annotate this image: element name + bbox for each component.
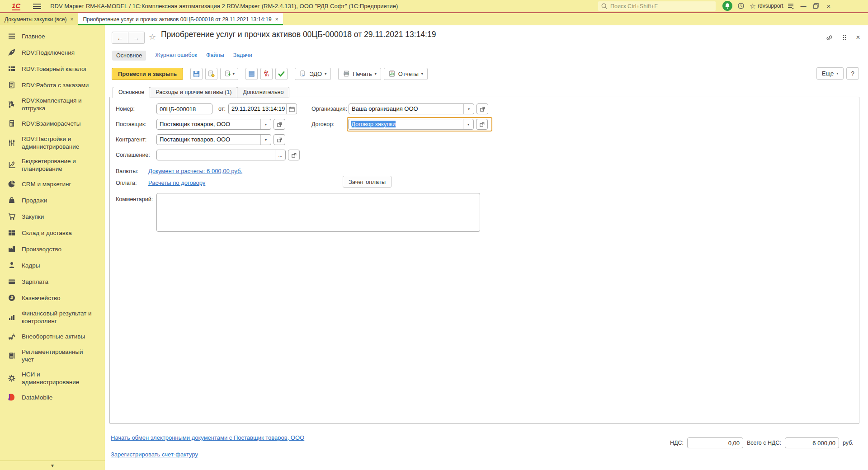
open-supplier-button[interactable]	[274, 119, 285, 130]
post-document-icon	[208, 70, 215, 78]
sidebar-item[interactable]: RDV:Подключения	[0, 48, 105, 57]
sidebar-item[interactable]: Внеоборотные активы	[0, 332, 105, 341]
currency-suffix: руб.	[843, 440, 854, 446]
close-document-icon[interactable]: ×	[854, 33, 863, 42]
current-user[interactable]: rdvsupport	[758, 3, 783, 9]
tab-close-icon[interactable]: ×	[70, 16, 73, 23]
document-toolbar: Провести и закрыть ▾ Дт Кт ЭДО	[112, 67, 428, 80]
navlink-files[interactable]: Файлы	[206, 52, 224, 59]
sidebar-item[interactable]: НСИ и администрирование	[0, 371, 105, 386]
global-search-input[interactable]: Поиск Ctrl+Shift+F	[598, 1, 716, 11]
post-and-close-button[interactable]: Провести и закрыть	[112, 68, 183, 80]
check-button[interactable]	[275, 68, 288, 80]
register-invoice-link[interactable]: Зарегистрировать счет-фактуру	[111, 451, 198, 458]
document-movements-button[interactable]	[245, 68, 258, 80]
assets-truck-icon	[7, 332, 16, 341]
open-agreement-button[interactable]	[288, 150, 300, 160]
close-window-button[interactable]: ×	[824, 1, 834, 11]
contract-focus-ring: Договор закупки ▾	[347, 117, 492, 132]
document-form: ← → ☆ Приобретение услуг и прочих активо…	[105, 25, 868, 470]
edo-button[interactable]: ЭДО ▾	[295, 68, 331, 80]
currency-settings-link[interactable]: Документ и расчеты: 6 000,00 руб.	[148, 168, 242, 174]
agreement-input[interactable]	[157, 150, 275, 160]
more-actions-button[interactable]: Еще ▾	[816, 67, 844, 80]
favorites-star-icon[interactable]: ☆	[748, 1, 758, 11]
payment-offset-button[interactable]: Зачет оплаты	[343, 176, 392, 188]
sidebar-scroll-down[interactable]: ▼	[0, 461, 105, 470]
sidebar-item[interactable]: Производство	[0, 244, 105, 254]
navlink-error-log[interactable]: Журнал ошибок	[155, 52, 197, 59]
organization-input[interactable]: Ваша организация ООО	[349, 104, 463, 114]
restore-window-button[interactable]	[811, 1, 821, 11]
chevron-down-icon: ▼	[50, 463, 55, 468]
print-button[interactable]: Печать ▾	[338, 68, 381, 80]
open-counterparty-button[interactable]	[274, 134, 285, 145]
navlink-main[interactable]: Основное	[112, 51, 146, 61]
history-icon[interactable]	[736, 1, 746, 11]
tab-close-icon[interactable]: ×	[275, 16, 278, 23]
sidebar-item[interactable]: Главное	[0, 32, 105, 41]
choose-button[interactable]: ...	[275, 150, 285, 160]
debit-credit-button[interactable]: Дт Кт	[260, 68, 273, 80]
date-input[interactable]: 29.11.2021 13:14:19	[229, 104, 286, 114]
sidebar-item[interactable]: RDV:Настройки и администрирование	[0, 135, 105, 150]
total-with-vat-label: Всего с НДС:	[747, 440, 781, 446]
chevron-down-icon[interactable]: ▾	[463, 119, 473, 129]
sections-sidebar: Главное RDV:Подключения RDV:Товарный кат…	[0, 25, 105, 470]
warehouse-boxes-icon	[7, 228, 16, 237]
main-menu-icon[interactable]	[33, 4, 41, 9]
sidebar-item[interactable]: ₽ Бюджетирование и планирование	[0, 157, 105, 173]
shopping-bag-icon	[7, 196, 16, 205]
number-input[interactable]	[156, 103, 212, 114]
sidebar-item[interactable]: RDV:Взаиморасчеты	[0, 119, 105, 128]
create-based-on-button[interactable]: ▾	[220, 68, 238, 80]
payment-settings-link[interactable]: Расчеты по договору	[148, 179, 205, 186]
favorite-star-icon[interactable]: ☆	[149, 32, 156, 42]
sidebar-item[interactable]: Закупки	[0, 212, 105, 221]
service-menu-icon[interactable]	[786, 1, 796, 11]
form-tab-main[interactable]: Основное	[113, 87, 150, 98]
supplier-input[interactable]: Поставщик товаров, ООО	[157, 119, 260, 129]
notifications-bell-icon[interactable]	[722, 1, 732, 11]
tab-purchase-documents[interactable]: Документы закупки (все) ×	[0, 13, 78, 25]
calendar-icon[interactable]	[286, 104, 297, 114]
sidebar-item[interactable]: Продажи	[0, 196, 105, 205]
post-document-button[interactable]	[205, 68, 217, 80]
tab-current-document[interactable]: Приобретение услуг и прочих активов 00ЦБ…	[78, 13, 283, 25]
application-window: 1С RDV Маркет RM-KA-MODEL / 1С:Комплексн…	[0, 0, 868, 470]
totals-bar: НДС: 0,00 Всего с НДС: 6 000,00 руб.	[670, 437, 854, 448]
back-button[interactable]: ←	[112, 32, 128, 44]
start-edi-exchange-link[interactable]: Начать обмен электронными документами с …	[111, 434, 304, 441]
navlink-tasks[interactable]: Задачи	[233, 52, 252, 59]
sidebar-item[interactable]: Финансовый результат и контроллинг	[0, 310, 105, 325]
save-button[interactable]	[190, 68, 203, 80]
counterparty-input[interactable]: Поставщик товаров, ООО	[157, 135, 260, 145]
sidebar-item[interactable]: Регламентированный учет	[0, 348, 105, 363]
help-button[interactable]: ?	[846, 67, 859, 80]
svg-text:₽: ₽	[10, 295, 13, 300]
minimize-button[interactable]: —	[798, 1, 808, 11]
contract-input[interactable]: Договор закупки	[349, 119, 463, 129]
more-menu-icon[interactable]	[840, 33, 849, 42]
sidebar-item[interactable]: DataMobile	[0, 393, 105, 402]
chevron-down-icon[interactable]: ▾	[463, 104, 474, 114]
forward-button[interactable]: →	[128, 32, 145, 44]
chevron-down-icon[interactable]: ▾	[260, 119, 271, 129]
reports-button[interactable]: Отчеты ▾	[384, 68, 428, 80]
sidebar-item[interactable]: RDV:Работа с заказами	[0, 80, 105, 89]
sidebar-item[interactable]: Зарплата	[0, 277, 105, 286]
open-organization-button[interactable]	[476, 103, 488, 114]
form-tab-additional[interactable]: Дополнительно	[237, 87, 289, 98]
chevron-down-icon[interactable]: ▾	[260, 135, 271, 145]
sidebar-item[interactable]: Склад и доставка	[0, 228, 105, 237]
comment-textarea[interactable]	[156, 193, 480, 232]
sidebar-item[interactable]: RDV:Товарный каталог	[0, 64, 105, 73]
sidebar-item[interactable]: RDV:Комплектация и отгрузка	[0, 97, 105, 112]
sidebar-item[interactable]: ₽ Казначейство	[0, 293, 105, 302]
form-tab-expenses[interactable]: Расходы и прочие активы (1)	[150, 87, 237, 98]
chevron-down-icon: ▾	[233, 72, 235, 76]
get-link-icon[interactable]	[825, 33, 834, 42]
open-contract-button[interactable]	[476, 119, 488, 130]
sidebar-item[interactable]: CRM и маркетинг	[0, 179, 105, 188]
sidebar-item[interactable]: Кадры	[0, 261, 105, 270]
